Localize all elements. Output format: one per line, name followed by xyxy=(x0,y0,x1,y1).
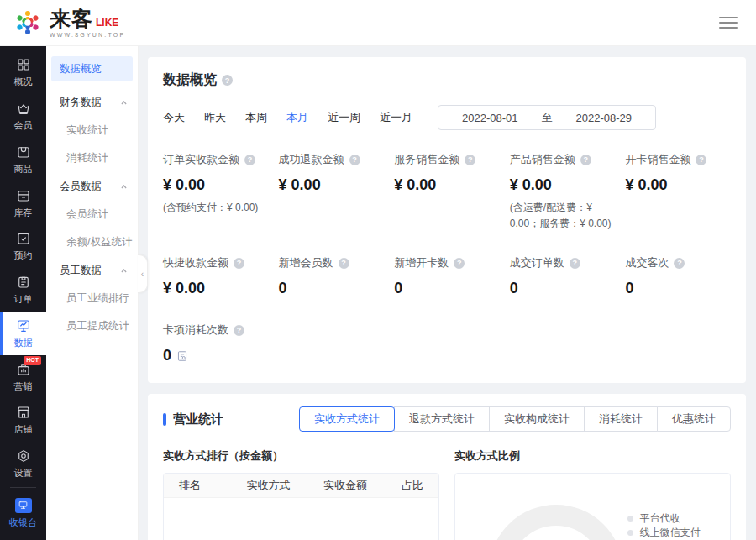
sidebar-item-label: 会员 xyxy=(14,119,33,132)
stat-refund: 成功退款金额? ¥ 0.00 xyxy=(279,152,385,232)
sidebar-item-data[interactable]: 数据 xyxy=(0,312,46,355)
cashier-icon xyxy=(15,498,32,513)
sidebar-collapse-handle[interactable]: ‹ xyxy=(138,254,148,293)
data-overview-card: 数据概览 ? 今天 昨天 本周 本月 近一周 近一月 2022-08-01 至 xyxy=(148,57,746,383)
income-method-ranking-panel: 实收方式排行（按金额） 排名 实收方式 实收金额 占比 xyxy=(163,448,439,540)
subnav-group-finance[interactable]: 财务数据 xyxy=(46,88,138,117)
clipboard-icon xyxy=(16,275,31,290)
tab-this-month[interactable]: 本月 xyxy=(286,110,308,125)
tab-last-7-days[interactable]: 近一周 xyxy=(328,110,360,125)
section-title: 营业统计 xyxy=(173,412,223,427)
help-icon[interactable]: ? xyxy=(570,258,580,269)
help-icon[interactable]: ? xyxy=(454,258,465,269)
data-monitor-icon xyxy=(16,318,31,333)
sidebar-item-label: 数据 xyxy=(14,337,33,349)
stat-service-sales: 服务销售金额? ¥ 0.00 xyxy=(394,152,500,232)
sidebar-item-label: 订单 xyxy=(14,293,33,306)
date-quick-tabs: 今天 昨天 本周 本月 近一周 近一月 xyxy=(163,110,412,125)
sidebar-item-label: 营销 xyxy=(14,380,33,393)
sidebar-item-label: 收银台 xyxy=(9,516,37,529)
subnav-group-staff[interactable]: 员工数据 xyxy=(46,256,138,285)
help-icon[interactable]: ? xyxy=(349,155,360,165)
sidebar-item-marketing[interactable]: HOT 营销 xyxy=(0,355,46,399)
help-icon[interactable]: ? xyxy=(222,75,233,86)
tab-income-method[interactable]: 实收方式统计 xyxy=(299,406,395,432)
stat-new-cards: 新增开卡数? 0 xyxy=(394,255,500,297)
chevron-up-icon xyxy=(120,183,128,191)
stat-deal-orders: 成交订单数? 0 xyxy=(510,255,616,297)
goods-bag-icon xyxy=(16,144,31,160)
date-end[interactable]: 2022-08-29 xyxy=(576,112,633,124)
main-content: 数据概览 ? 今天 昨天 本周 本月 近一周 近一月 2022-08-01 至 xyxy=(139,46,756,540)
tab-this-week[interactable]: 本周 xyxy=(245,110,267,125)
sidebar-divider xyxy=(10,487,36,488)
tab-discount-stats[interactable]: 优惠统计 xyxy=(657,406,731,432)
sidebar-item-inventory[interactable]: 库存 xyxy=(0,181,46,225)
business-stats-card: 营业统计 实收方式统计 退款方式统计 实收构成统计 消耗统计 优惠统计 实收方式… xyxy=(148,394,746,540)
legend-dot xyxy=(627,516,633,522)
brand-suffix: LIKE xyxy=(96,18,118,28)
tab-today[interactable]: 今天 xyxy=(163,110,185,125)
subnav-group-label: 财务数据 xyxy=(60,96,102,110)
subnav-item-income-stats[interactable]: 实收统计 xyxy=(46,117,138,144)
brand-logo: 来客 LIKE WWW.8GYUN.TOP xyxy=(12,7,125,39)
sidebar-item-orders[interactable]: 订单 xyxy=(0,269,46,312)
date-start[interactable]: 2022-08-01 xyxy=(462,112,518,124)
chart-legend: 平台代收 线上微信支付 现金 其他 微信（记账） 支付宝（记账） POS机（记账… xyxy=(627,513,711,540)
subnav-item-data-overview[interactable]: 数据概览 xyxy=(51,56,133,81)
chevron-up-icon xyxy=(120,267,128,275)
proportion-title: 实收方式比例 xyxy=(454,448,731,464)
stat-product-sales: 产品销售金额? ¥ 0.00 (含运费/配送费：¥ 0.00；服务费：¥ 0.0… xyxy=(510,152,616,232)
col-percent: 占比 xyxy=(384,478,423,493)
col-rank: 排名 xyxy=(179,478,230,493)
archive-box-icon xyxy=(16,188,31,203)
tab-consume-stats[interactable]: 消耗统计 xyxy=(584,406,658,432)
sidebar-item-label: 预约 xyxy=(14,249,33,262)
tab-refund-method[interactable]: 退款方式统计 xyxy=(394,406,490,432)
secondary-sidebar: 数据概览 财务数据 实收统计 消耗统计 会员数据 会员统计 余额/权益统计 员工… xyxy=(46,46,139,540)
tab-last-30-days[interactable]: 近一月 xyxy=(380,110,412,125)
sidebar-item-shop[interactable]: 店铺 xyxy=(0,399,46,443)
stat-order-income: 订单实收款金额? ¥ 0.00 (含预约支付：¥ 0.00) xyxy=(163,152,269,232)
stat-new-members: 新增会员数? 0 xyxy=(279,255,385,297)
legend-item[interactable]: 线上微信支付 xyxy=(627,528,711,538)
help-icon[interactable]: ? xyxy=(339,258,349,269)
subnav-item-consume-stats[interactable]: 消耗统计 xyxy=(46,144,138,172)
chevron-up-icon xyxy=(120,99,128,107)
date-range-picker[interactable]: 2022-08-01 至 2022-08-29 xyxy=(438,105,656,130)
legend-item[interactable]: 平台代收 xyxy=(627,513,711,523)
sidebar-item-settings[interactable]: 设置 xyxy=(0,443,46,486)
sidebar-item-cashier[interactable]: 收银台 xyxy=(0,491,46,535)
sidebar-item-label: 设置 xyxy=(14,467,33,480)
logo-pinwheel-icon xyxy=(12,7,44,39)
subnav-item-balance-stats[interactable]: 余额/权益统计 xyxy=(46,228,138,256)
sidebar-item-members[interactable]: 会员 xyxy=(0,95,46,139)
brand-url: WWW.8GYUN.TOP xyxy=(50,32,125,38)
subnav-item-member-stats[interactable]: 会员统计 xyxy=(46,201,138,228)
subnav-item-staff-rank[interactable]: 员工业绩排行 xyxy=(46,285,138,312)
help-icon[interactable]: ? xyxy=(465,155,475,165)
help-icon[interactable]: ? xyxy=(580,155,591,165)
help-icon[interactable]: ? xyxy=(234,325,244,336)
sidebar-item-overview[interactable]: 概况 xyxy=(0,51,46,95)
sidebar-item-booking[interactable]: 预约 xyxy=(0,225,46,269)
subnav-item-staff-commission[interactable]: 员工提成统计 xyxy=(46,312,138,340)
stat-card-sales: 开卡销售金额? ¥ 0.00 xyxy=(625,152,731,232)
proportion-chart: 总金额 ¥ 0.00 平台代收 线上微信支付 现金 其他 微信（记账） 支付宝（… xyxy=(454,473,731,540)
ranking-title: 实收方式排行（按金额） xyxy=(163,448,439,464)
subnav-group-member[interactable]: 会员数据 xyxy=(46,172,138,201)
app-window: 来客 LIKE WWW.8GYUN.TOP 概况 会员 商品 xyxy=(0,0,756,540)
help-icon[interactable]: ? xyxy=(244,155,255,165)
help-icon[interactable]: ? xyxy=(674,258,685,269)
tab-yesterday[interactable]: 昨天 xyxy=(204,110,226,125)
ranking-table: 排名 实收方式 实收金额 占比 xyxy=(163,473,439,540)
menu-icon[interactable] xyxy=(719,17,738,29)
help-icon[interactable]: ? xyxy=(234,258,244,269)
top-bar: 来客 LIKE WWW.8GYUN.TOP xyxy=(0,0,756,46)
view-records-icon[interactable] xyxy=(176,350,188,362)
sidebar-item-goods[interactable]: 商品 xyxy=(0,138,46,181)
help-icon[interactable]: ? xyxy=(696,155,706,165)
tab-income-composition[interactable]: 实收构成统计 xyxy=(489,406,585,432)
stat-quick-payment: 快捷收款金额? ¥ 0.00 xyxy=(163,255,269,297)
date-separator: 至 xyxy=(542,110,553,125)
